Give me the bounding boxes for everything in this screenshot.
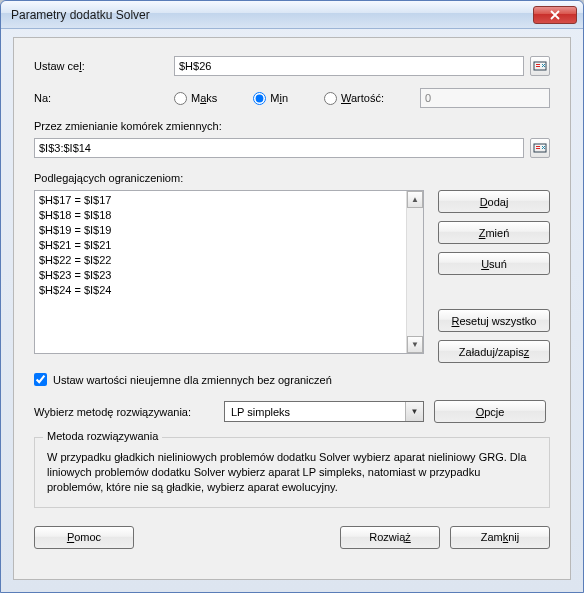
scrollbar[interactable]: ▲ ▼ [406, 191, 423, 353]
titlebar[interactable]: Parametry dodatku Solver [1, 1, 583, 29]
solve-button[interactable]: Rozwiąż [340, 526, 440, 549]
radio-min[interactable]: Min [253, 92, 288, 105]
nonneg-row[interactable]: Ustaw wartości nieujemne dla zmiennych b… [34, 373, 550, 386]
objective-row: Na: Maks Min Wartość: [34, 88, 550, 108]
svg-rect-4 [536, 146, 540, 147]
options-button[interactable]: Opcje [434, 400, 546, 423]
radio-value-label: Wartość: [341, 92, 384, 104]
radio-value-input[interactable] [324, 92, 337, 105]
reset-button[interactable]: Resetuj wszystko [438, 309, 550, 332]
svg-rect-1 [536, 64, 540, 65]
target-input[interactable] [174, 56, 524, 76]
constraints-items: $H$17 = $I$17$H$18 = $I$18$H$19 = $I$19$… [35, 191, 423, 300]
method-label: Wybierz metodę rozwiązywania: [34, 406, 214, 418]
target-label-prefix: Ustaw ce [34, 60, 79, 72]
constraints-list[interactable]: $H$17 = $I$17$H$18 = $I$18$H$19 = $I$19$… [34, 190, 424, 354]
method-group-title: Metoda rozwiązywania [43, 430, 162, 442]
collapse-dialog-icon[interactable] [530, 56, 550, 76]
dialog-content: Ustaw cel: Na: Maks Min [13, 37, 571, 580]
constraint-item[interactable]: $H$19 = $I$19 [39, 223, 419, 238]
constraints-buttons: Dodaj Zmień Usuń Resetuj wszystko Załadu… [438, 190, 550, 363]
constraint-item[interactable]: $H$24 = $I$24 [39, 283, 419, 298]
radio-max[interactable]: Maks [174, 92, 217, 105]
collapse-dialog-icon[interactable] [530, 138, 550, 158]
method-group-body: W przypadku gładkich nieliniowych proble… [47, 450, 537, 495]
nonneg-label: Ustaw wartości nieujemne dla zmiennych b… [53, 374, 332, 386]
constraint-item[interactable]: $H$22 = $I$22 [39, 253, 419, 268]
constraints-area: $H$17 = $I$17$H$18 = $I$18$H$19 = $I$19$… [34, 190, 550, 363]
constraint-item[interactable]: $H$18 = $I$18 [39, 208, 419, 223]
radio-min-input[interactable] [253, 92, 266, 105]
radio-min-label: Min [270, 92, 288, 104]
method-groupbox: Metoda rozwiązywania W przypadku gładkic… [34, 437, 550, 508]
load-save-button[interactable]: Załaduj/zapisz [438, 340, 550, 363]
close-icon[interactable] [533, 6, 577, 24]
constraint-item[interactable]: $H$17 = $I$17 [39, 193, 419, 208]
close-button[interactable]: Zamknij [450, 526, 550, 549]
svg-rect-5 [536, 148, 540, 149]
objective-label: Na: [34, 92, 174, 104]
constraint-item[interactable]: $H$21 = $I$21 [39, 238, 419, 253]
method-select-value[interactable]: LP simpleks [224, 401, 424, 422]
footer-row: Pomoc Rozwiąż Zamknij [34, 526, 550, 549]
radio-max-input[interactable] [174, 92, 187, 105]
change-button[interactable]: Zmień [438, 221, 550, 244]
window-title: Parametry dodatku Solver [11, 8, 533, 22]
constraint-item[interactable]: $H$23 = $I$23 [39, 268, 419, 283]
method-select[interactable]: LP simpleks ▼ [224, 401, 424, 422]
nonneg-checkbox[interactable] [34, 373, 47, 386]
help-button[interactable]: Pomoc [34, 526, 134, 549]
radio-max-label: Maks [191, 92, 217, 104]
scroll-up-icon[interactable]: ▲ [407, 191, 423, 208]
scroll-down-icon[interactable]: ▼ [407, 336, 423, 353]
target-label-suffix: : [82, 60, 85, 72]
method-row: Wybierz metodę rozwiązywania: LP simplek… [34, 400, 550, 423]
target-input-wrap [174, 56, 550, 76]
svg-rect-2 [536, 66, 540, 67]
constraints-label: Podlegających ograniczeniom: [34, 172, 550, 184]
add-button[interactable]: Dodaj [438, 190, 550, 213]
chevron-down-icon[interactable]: ▼ [405, 402, 423, 421]
objective-radio-group: Maks Min Wartość: [174, 88, 550, 108]
method-select-text: LP simpleks [231, 406, 290, 418]
value-of-input[interactable] [420, 88, 550, 108]
vars-row [34, 138, 550, 158]
target-row: Ustaw cel: [34, 56, 550, 76]
radio-value[interactable]: Wartość: [324, 92, 384, 105]
solver-dialog: Parametry dodatku Solver Ustaw cel: Na: [0, 0, 584, 593]
delete-button[interactable]: Usuń [438, 252, 550, 275]
target-label: Ustaw cel: [34, 60, 174, 72]
vars-input[interactable] [34, 138, 524, 158]
vars-label: Przez zmienianie komórek zmiennych: [34, 120, 550, 132]
